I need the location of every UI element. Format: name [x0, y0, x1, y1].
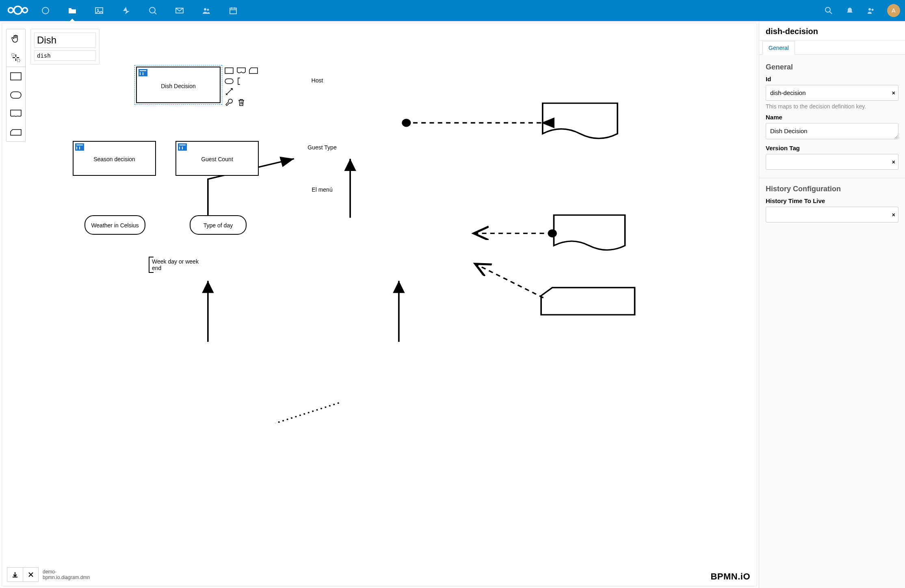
svg-point-12 — [868, 8, 871, 11]
svg-point-6 — [149, 7, 155, 13]
search-icon[interactable] — [824, 6, 834, 15]
svg-point-8 — [204, 8, 206, 11]
activity-icon[interactable] — [121, 6, 131, 15]
search-app-icon[interactable] — [148, 6, 158, 15]
user-avatar[interactable]: A — [887, 4, 900, 17]
files-icon[interactable] — [67, 6, 77, 15]
contacts-menu-icon[interactable] — [866, 6, 876, 15]
svg-point-2 — [22, 7, 27, 12]
svg-point-13 — [872, 9, 874, 11]
svg-point-9 — [207, 9, 209, 11]
app-nav — [41, 6, 238, 15]
mail-icon[interactable] — [175, 6, 184, 15]
notifications-icon[interactable] — [845, 6, 855, 15]
dashboard-icon[interactable] — [41, 6, 50, 15]
topbar-right: A — [824, 4, 900, 17]
svg-rect-10 — [230, 8, 236, 14]
photos-icon[interactable] — [94, 6, 104, 15]
svg-point-1 — [8, 7, 13, 12]
nextcloud-logo[interactable] — [5, 4, 31, 17]
calendar-icon[interactable] — [228, 6, 238, 15]
svg-point-5 — [97, 9, 99, 11]
svg-point-11 — [825, 7, 830, 12]
contacts-icon[interactable] — [201, 6, 211, 15]
svg-point-0 — [14, 6, 22, 14]
svg-point-3 — [42, 7, 49, 14]
top-bar: A — [0, 0, 905, 21]
